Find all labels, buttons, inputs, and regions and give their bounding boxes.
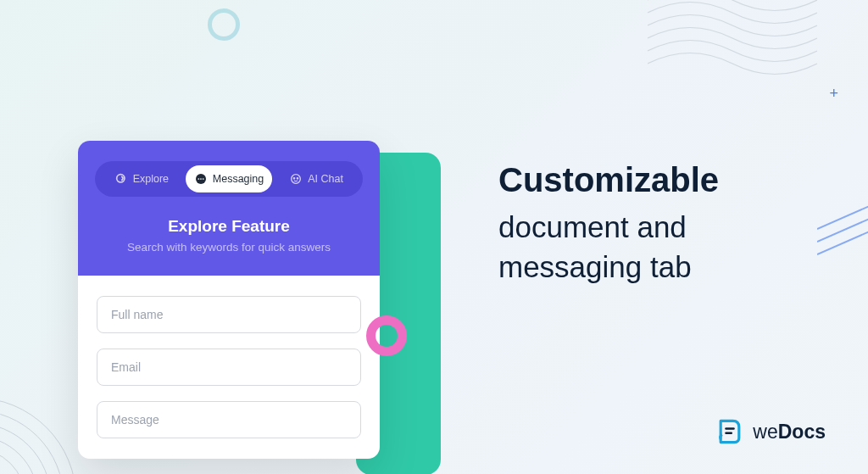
- svg-point-10: [292, 175, 301, 184]
- widget-form: [78, 276, 380, 459]
- wedocs-logo: weDocs: [715, 416, 826, 447]
- svg-point-9: [203, 178, 204, 180]
- svg-point-11: [294, 178, 295, 179]
- email-field[interactable]: [97, 349, 361, 386]
- widget-header: Explore Messaging: [78, 141, 380, 276]
- ai-chat-icon: [289, 172, 303, 186]
- decorative-wave-lines: [648, 0, 817, 76]
- decorative-pink-ring: [366, 315, 407, 356]
- widget-title: Explore Feature: [95, 217, 363, 236]
- widget-tab-bar: Explore Messaging: [95, 161, 363, 197]
- messaging-icon: [194, 172, 208, 186]
- fullname-field[interactable]: [97, 296, 361, 333]
- tab-label: Explore: [133, 173, 169, 185]
- svg-point-8: [200, 178, 202, 180]
- tab-ai-chat[interactable]: AI Chat: [274, 165, 359, 192]
- heading-bold: Customizable: [498, 161, 837, 198]
- svg-point-1: [0, 436, 38, 474]
- svg-point-7: [198, 178, 199, 180]
- svg-point-2: [0, 423, 51, 474]
- wedocs-logo-text: weDocs: [753, 421, 826, 443]
- message-field[interactable]: [97, 401, 361, 438]
- hero-heading: Customizable document and messaging tab: [498, 161, 837, 287]
- tab-label: AI Chat: [308, 173, 343, 185]
- explore-icon: [114, 172, 128, 186]
- decorative-plus-icon: +: [829, 85, 838, 103]
- wedocs-logo-icon: [715, 416, 745, 447]
- messaging-widget: Explore Messaging: [78, 141, 380, 459]
- heading-rest: document and messaging tab: [498, 207, 837, 287]
- decorative-circle: [208, 8, 240, 41]
- tab-label: Messaging: [213, 173, 264, 185]
- svg-point-4: [0, 398, 76, 474]
- widget-subtitle: Search with keywords for quick answers: [95, 241, 363, 254]
- svg-point-3: [0, 410, 64, 474]
- svg-point-12: [298, 178, 298, 179]
- svg-point-0: [0, 449, 25, 474]
- tab-explore[interactable]: Explore: [99, 165, 184, 192]
- tab-messaging[interactable]: Messaging: [186, 165, 272, 192]
